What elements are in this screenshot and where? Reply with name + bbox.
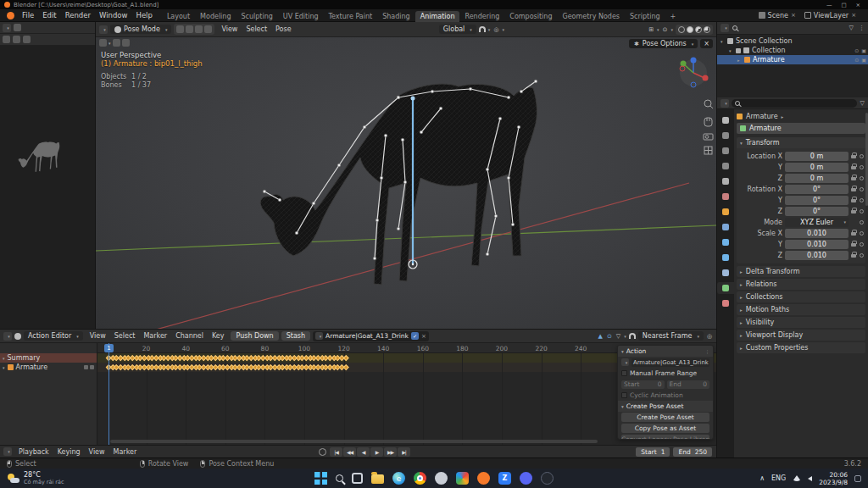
navigation-gizmo[interactable] [680,58,709,88]
mode-option-icon[interactable] [195,25,203,33]
disclosure-icon[interactable]: ▸ [737,58,742,63]
chrome-icon[interactable] [414,472,426,485]
snap-magnet-icon[interactable] [479,26,486,32]
obs-icon[interactable] [541,472,554,485]
workspace-tab-rendering[interactable]: Rendering [459,11,504,22]
settings-icon[interactable] [435,472,448,485]
workspace-tab-animation[interactable]: Animation [415,11,460,22]
show-gizmo-icon[interactable]: ⊞ [648,26,654,33]
animate-dot-icon[interactable] [860,187,864,191]
show-hidden-filter-icon[interactable]: ⊙ [606,333,613,340]
properties-tab-output[interactable] [717,145,734,157]
lock-icon[interactable] [851,197,857,203]
workspace-tab-compositing[interactable]: Compositing [504,11,557,22]
timeline-menu-keying[interactable]: Keying [53,448,85,456]
viewport-3d[interactable]: Pose Mode ViewSelectPose Global ▾ ◎▾ ⊞▾ … [96,22,716,329]
lock-icon[interactable] [851,241,857,247]
dope-sheet-canvas[interactable]: 20406080100120140160180200220240 ▾Summar… [0,343,716,445]
value-field-y[interactable]: 0° [785,196,849,205]
unlink-action-icon[interactable]: × [421,333,426,340]
timeline-menu-view[interactable]: View [85,448,109,456]
proportional-editing-icon[interactable]: ◎ [492,26,499,33]
weather-widget[interactable]: 28°C Có mây rải rác [0,471,64,485]
filter-icon[interactable] [14,333,21,340]
editor-type-icon[interactable] [721,99,729,108]
frame-end-field[interactable]: End250 [673,447,712,457]
dopesheet-menu-view[interactable]: View [86,332,110,340]
disclosure-icon[interactable]: ▾ [721,39,725,44]
workspace-tab-modeling[interactable]: Modeling [195,11,236,22]
pose-asset-panel-header[interactable]: ▾Create Pose Asset [618,401,713,412]
animate-dot-icon[interactable] [860,231,864,236]
editor-type-icon[interactable] [3,447,12,456]
hide-eye-icon[interactable]: ⊙ [854,57,859,63]
lock-icon[interactable] [851,164,857,170]
animate-dot-icon[interactable] [860,220,864,225]
manual-frame-range-checkbox[interactable] [621,370,627,376]
horizontal-scrollbar[interactable] [110,440,598,443]
task-view-icon[interactable] [352,473,363,484]
only-selected-filter-icon[interactable]: ▲ [598,333,604,340]
animate-dot-icon[interactable] [860,198,864,202]
properties-tab-world[interactable] [717,191,734,202]
dopesheet-menu-key[interactable]: Key [208,332,229,340]
action-panel-header[interactable]: ▾Action⋮ [618,346,713,357]
properties-tab-object-data[interactable] [717,282,734,294]
jump-to-start-button[interactable]: |◀ [330,447,342,457]
section-collections[interactable]: ▸Collections [737,291,865,302]
lock-icon[interactable] [851,186,857,192]
action-datablock[interactable]: Armature|Goat_A13_Drink ✓ × [313,331,429,341]
section-relations[interactable]: ▸Relations [737,279,865,290]
properties-tab-physics[interactable] [717,252,734,263]
properties-tab-tool[interactable] [717,114,734,126]
viewport-menu-view[interactable]: View [217,25,242,33]
language-indicator[interactable]: ENG [771,474,786,482]
tool-option-icon[interactable] [113,39,120,47]
workspace-tab-shading[interactable]: Shading [377,11,415,22]
section-visibility[interactable]: ▸Visibility [737,317,865,328]
gizmo-x-axis[interactable] [703,75,709,81]
cyclic-animation-checkbox[interactable] [621,392,627,398]
animate-dot-icon[interactable] [860,253,864,258]
mode-option-icon[interactable] [204,25,212,33]
hide-eye-icon[interactable]: ⊙ [854,47,859,53]
stash-button[interactable]: Stash [281,331,310,341]
properties-search-input[interactable] [732,99,857,108]
edge-icon[interactable]: e [392,472,405,485]
mode-option-icon[interactable] [186,25,193,33]
search-icon[interactable] [732,25,737,30]
tool-icon[interactable] [3,36,10,43]
lock-icon[interactable] [90,365,94,369]
menu-edit[interactable]: Edit [38,11,60,19]
dopesheet-menu-select[interactable]: Select [110,332,140,340]
value-field-rotation-x[interactable]: 0° [785,185,849,194]
volume-icon[interactable] [808,476,812,481]
options-icon[interactable]: ⋮ [858,25,865,31]
workspace-tab-layout[interactable]: Layout [162,11,195,22]
photos-icon[interactable] [456,472,469,485]
discord-icon[interactable] [520,472,532,485]
outliner-item-armature[interactable]: ▸Armature⊙▣ [717,55,868,64]
mode-option-icon[interactable] [176,25,184,33]
mute-icon[interactable] [84,365,88,369]
viewport-canvas[interactable]: ▾ ✱Pose Options × User Perspective (1) A… [96,37,716,329]
camera-visibility-icon[interactable]: ▣ [861,57,866,63]
section-viewport-display[interactable]: ▸Viewport Display [737,330,865,341]
outliner-item-scene-collection[interactable]: ▾Scene Collection [717,36,868,46]
pose-options-dropdown[interactable]: ✱Pose Options [629,39,698,48]
channel-summary[interactable]: ▾Summary [0,353,97,363]
camera-view-icon[interactable] [704,134,713,140]
notification-icon[interactable] [854,475,861,482]
workspace-tab-sculpting[interactable]: Sculpting [236,11,277,22]
secondary-viewport[interactable] [0,22,96,329]
minimize-button[interactable]: — [826,2,832,8]
lock-icon[interactable] [851,230,857,236]
dopesheet-mode-dropdown[interactable]: Action Editor [24,331,83,341]
properties-tab-object[interactable] [717,206,734,218]
animate-dot-icon[interactable] [860,154,864,158]
pan-hand-icon[interactable] [704,118,712,126]
editor-type-icon[interactable] [721,24,729,32]
dopesheet-menu-channel[interactable]: Channel [171,332,208,340]
gizmo-z-axis[interactable] [691,58,697,64]
lock-icon[interactable] [851,175,857,181]
